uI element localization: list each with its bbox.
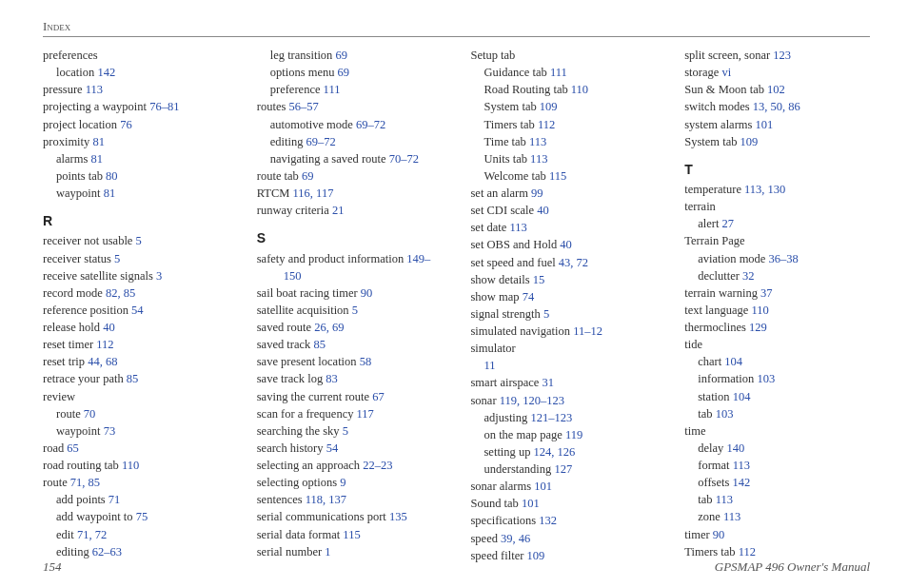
page-ref[interactable]: 102 — [767, 83, 785, 96]
page-ref[interactable]: 70–72 — [389, 152, 419, 166]
page-ref[interactable]: 103 — [716, 407, 734, 421]
page-ref[interactable]: 62–63 — [92, 545, 122, 559]
page-ref[interactable]: 118, 137 — [306, 493, 346, 506]
page-ref[interactable]: 70 — [84, 407, 96, 421]
page-ref[interactable]: 75 — [136, 510, 148, 523]
page-ref[interactable]: 135 — [389, 510, 407, 523]
page-ref[interactable]: 109 — [740, 135, 759, 148]
page-ref[interactable]: 85 — [127, 372, 139, 385]
page-ref[interactable]: 111 — [324, 83, 341, 96]
page-ref[interactable]: 132 — [539, 514, 557, 527]
page-ref[interactable]: 71, 72 — [77, 528, 107, 541]
page-ref[interactable]: 82, 85 — [106, 286, 135, 300]
page-ref[interactable]: 69 — [338, 66, 350, 79]
page-ref[interactable]: 127 — [554, 462, 572, 476]
page-ref[interactable]: 9 — [340, 476, 345, 489]
page-ref[interactable]: 109 — [540, 100, 558, 113]
page-ref[interactable]: 149– — [406, 252, 430, 265]
page-ref[interactable]: 26, 69 — [314, 321, 344, 334]
page-ref[interactable]: 142 — [732, 476, 750, 489]
page-ref[interactable]: 5 — [114, 252, 120, 265]
page-ref[interactable]: 113 — [733, 459, 750, 472]
page-ref[interactable]: vi — [721, 66, 731, 79]
page-ref[interactable]: 69–72 — [306, 135, 336, 148]
page-ref[interactable]: 76–81 — [149, 100, 179, 113]
page-ref[interactable]: 76 — [120, 118, 132, 131]
page-ref[interactable]: 13, 50, 86 — [753, 100, 800, 113]
page-ref[interactable]: 69 — [302, 169, 314, 183]
page-ref[interactable]: 65 — [67, 441, 79, 455]
page-ref[interactable]: 124, 126 — [534, 445, 576, 459]
page-ref[interactable]: 5 — [543, 307, 549, 321]
page-ref[interactable]: 40 — [560, 238, 572, 251]
page-ref[interactable]: 104 — [733, 390, 751, 403]
page-ref[interactable]: 71 — [109, 493, 121, 506]
page-ref[interactable]: 110 — [751, 304, 768, 317]
page-ref[interactable]: 3 — [156, 269, 162, 283]
page-ref[interactable]: 73 — [104, 424, 116, 438]
page-ref[interactable]: 56–57 — [288, 100, 318, 113]
page-ref[interactable]: 103 — [757, 372, 775, 385]
page-ref[interactable]: 113 — [530, 152, 547, 166]
page-ref[interactable]: 129 — [749, 321, 767, 334]
page-ref[interactable]: 11 — [484, 359, 496, 372]
page-ref[interactable]: 90 — [361, 286, 373, 300]
page-ref[interactable]: 44, 68 — [88, 355, 117, 368]
page-ref[interactable]: 85 — [313, 338, 326, 351]
page-ref[interactable]: 22–23 — [363, 459, 392, 472]
page-ref[interactable]: 39, 46 — [501, 532, 530, 545]
page-ref[interactable]: 69–72 — [356, 118, 385, 131]
page-ref[interactable]: 36–38 — [769, 252, 799, 265]
page-ref[interactable]: 81 — [104, 186, 116, 200]
page-ref[interactable]: 116, 117 — [293, 186, 334, 200]
page-ref[interactable]: 113 — [723, 510, 740, 523]
page-ref[interactable]: 110 — [571, 83, 588, 96]
page-ref[interactable]: 5 — [136, 234, 142, 247]
page-ref[interactable]: 123 — [773, 49, 791, 62]
page-ref[interactable]: 83 — [326, 372, 338, 385]
page-ref[interactable]: 5 — [343, 424, 348, 438]
page-ref[interactable]: 110 — [122, 459, 139, 472]
page-ref[interactable]: 112 — [739, 545, 756, 559]
page-ref[interactable]: 115 — [549, 169, 566, 183]
page-ref[interactable]: 1 — [325, 545, 330, 559]
page-ref[interactable]: 104 — [724, 355, 742, 368]
page-ref[interactable]: 81 — [92, 135, 105, 148]
page-ref[interactable]: 58 — [360, 355, 372, 368]
page-ref[interactable]: 71, 85 — [70, 476, 100, 489]
page-ref[interactable]: 15 — [533, 273, 545, 286]
page-ref[interactable]: 67 — [372, 390, 385, 403]
page-ref[interactable]: 113, 130 — [744, 183, 785, 196]
page-ref[interactable]: 5 — [352, 304, 358, 317]
page-ref[interactable]: 69 — [336, 49, 348, 62]
page-ref[interactable]: 142 — [97, 66, 115, 79]
page-ref[interactable]: 101 — [534, 480, 552, 493]
page-ref[interactable]: 112 — [96, 338, 113, 351]
page-ref[interactable]: 111 — [550, 66, 567, 79]
page-ref[interactable]: 101 — [522, 497, 540, 510]
page-ref[interactable]: 21 — [332, 204, 345, 217]
page-ref[interactable]: 113 — [529, 135, 546, 148]
page-ref[interactable]: 90 — [713, 528, 725, 541]
page-ref[interactable]: 81 — [90, 152, 103, 166]
page-ref[interactable]: 113 — [509, 221, 526, 234]
page-ref[interactable]: 115 — [343, 528, 360, 541]
page-ref[interactable]: 54 — [131, 304, 144, 317]
page-ref[interactable]: 119, 120–123 — [500, 394, 564, 407]
page-ref[interactable]: 31 — [542, 376, 554, 389]
page-ref[interactable]: 11–12 — [573, 324, 602, 338]
page-ref[interactable]: 150 — [284, 269, 302, 283]
page-ref[interactable]: 40 — [103, 321, 115, 334]
page-ref[interactable]: 80 — [106, 169, 118, 183]
page-ref[interactable]: 37 — [760, 286, 773, 300]
page-ref[interactable]: 140 — [726, 441, 744, 455]
page-ref[interactable]: 27 — [722, 217, 735, 230]
page-ref[interactable]: 99 — [531, 186, 543, 200]
page-ref[interactable]: 119 — [565, 428, 582, 441]
page-ref[interactable]: 113 — [716, 493, 733, 506]
page-ref[interactable]: 54 — [326, 441, 339, 455]
page-ref[interactable]: 43, 72 — [559, 256, 588, 269]
page-ref[interactable]: 113 — [86, 83, 103, 96]
page-ref[interactable]: 40 — [537, 204, 549, 217]
page-ref[interactable]: 117 — [357, 407, 374, 421]
